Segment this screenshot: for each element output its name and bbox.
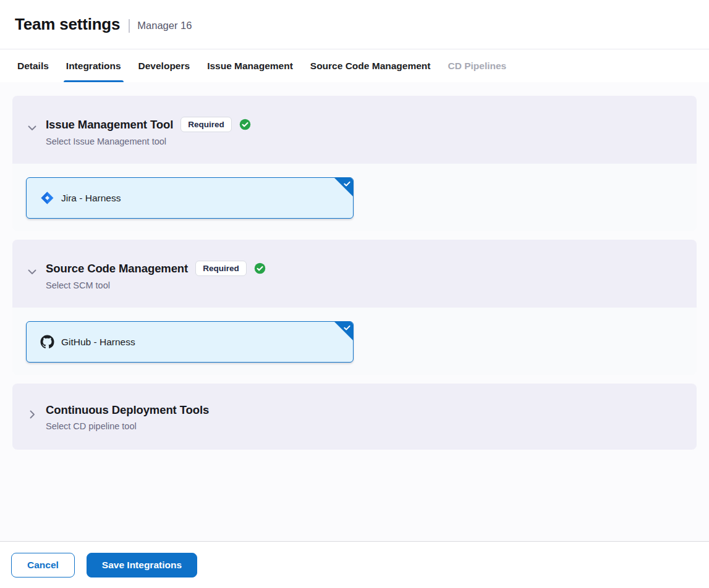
section-header-text: Issue Management Tool Required Select Is… <box>46 117 251 146</box>
save-integrations-button[interactable]: Save Integrations <box>87 553 197 578</box>
footer-actions: Cancel Save Integrations <box>0 541 709 588</box>
section-title: Source Code Management <box>46 262 188 275</box>
team-settings-page: Team settings Manager 16 Details Integra… <box>0 0 709 588</box>
page-subtitle: Manager 16 <box>137 20 192 32</box>
chevron-down-icon[interactable] <box>26 266 38 278</box>
section-cd-header[interactable]: Continuous Deployment Tools Select CD pi… <box>12 384 697 450</box>
required-badge: Required <box>180 117 232 132</box>
section-issue-management-header[interactable]: Issue Management Tool Required Select Is… <box>12 96 697 164</box>
tab-developers-label: Developers <box>138 61 190 72</box>
section-subtitle: Select Issue Management tool <box>46 136 251 146</box>
section-title: Issue Management Tool <box>46 118 173 132</box>
section-scm-body: GitHub - Harness <box>12 308 697 375</box>
chevron-down-icon[interactable] <box>26 122 38 134</box>
tool-card-label: Jira - Harness <box>61 193 121 204</box>
tab-details[interactable]: Details <box>9 49 57 82</box>
section-subtitle: Select SCM tool <box>46 280 266 290</box>
selected-check-icon <box>343 180 351 188</box>
active-tab-underline <box>64 80 124 82</box>
cancel-button[interactable]: Cancel <box>11 553 75 578</box>
tab-developers[interactable]: Developers <box>130 49 199 82</box>
tab-integrations-label: Integrations <box>66 61 121 72</box>
page-header: Team settings Manager 16 <box>0 0 709 49</box>
section-header-text: Continuous Deployment Tools Select CD pi… <box>46 403 209 431</box>
tab-source-code-management-label: Source Code Management <box>310 61 431 72</box>
github-icon <box>40 335 54 349</box>
tool-card-github-harness[interactable]: GitHub - Harness <box>26 321 354 363</box>
tab-issue-management-label: Issue Management <box>207 61 293 72</box>
tab-bar: Details Integrations Developers Issue Ma… <box>0 49 709 82</box>
section-issue-management-tool: Issue Management Tool Required Select Is… <box>12 96 697 231</box>
tool-card-label: GitHub - Harness <box>61 337 135 348</box>
section-continuous-deployment-tools: Continuous Deployment Tools Select CD pi… <box>12 384 697 450</box>
section-title: Continuous Deployment Tools <box>46 403 209 417</box>
tab-details-label: Details <box>17 61 49 72</box>
chevron-right-icon[interactable] <box>26 408 38 421</box>
section-source-code-management: Source Code Management Required Select S… <box>12 240 697 375</box>
tab-cd-pipelines: CD Pipelines <box>439 49 515 82</box>
title-divider <box>129 19 130 33</box>
integrations-content: Issue Management Tool Required Select Is… <box>0 82 709 541</box>
selected-check-icon <box>343 324 351 332</box>
check-circle-icon <box>254 262 266 274</box>
tab-integrations[interactable]: Integrations <box>57 49 130 82</box>
section-subtitle: Select CD pipeline tool <box>46 421 209 431</box>
page-title: Team settings <box>15 15 120 34</box>
section-scm-header[interactable]: Source Code Management Required Select S… <box>12 240 697 308</box>
section-issue-management-body: Jira - Harness <box>12 164 697 231</box>
tab-cd-pipelines-label: CD Pipelines <box>448 61 506 72</box>
section-header-text: Source Code Management Required Select S… <box>46 261 266 290</box>
check-circle-icon <box>239 119 251 130</box>
tab-issue-management[interactable]: Issue Management <box>198 49 302 82</box>
tab-source-code-management[interactable]: Source Code Management <box>302 49 439 82</box>
required-badge: Required <box>195 261 247 276</box>
jira-icon <box>40 191 54 205</box>
tool-card-jira-harness[interactable]: Jira - Harness <box>26 177 354 219</box>
